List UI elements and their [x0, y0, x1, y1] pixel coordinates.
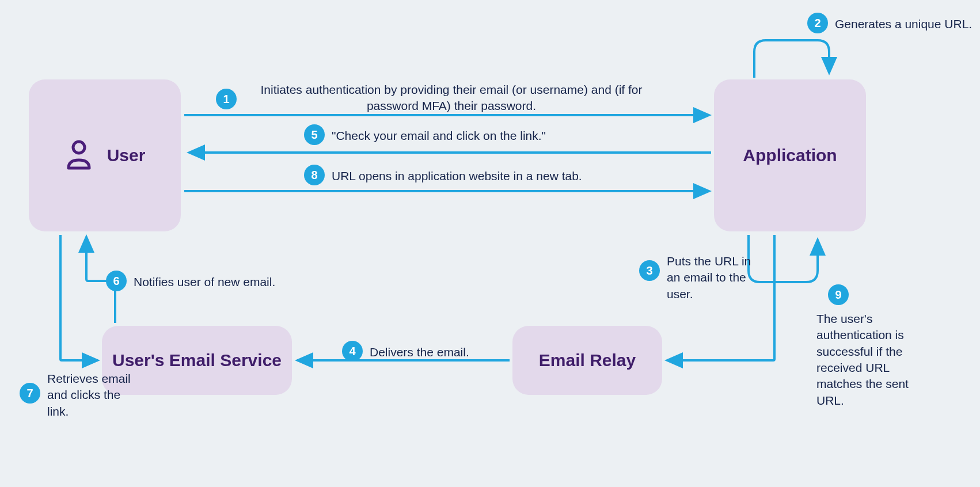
step-badge-6: 6 [106, 271, 127, 291]
step-badge-4: 4 [342, 341, 363, 362]
step-badge-2: 2 [807, 13, 828, 33]
node-application: Application [714, 79, 866, 231]
step-text-6: Notifies user of new email. [134, 274, 306, 290]
step-text-3: Puts the URL in an email to the user. [667, 253, 759, 302]
step-badge-5: 5 [304, 124, 325, 145]
step-text-4: Delivers the email. [370, 344, 496, 360]
step-badge-9: 9 [828, 284, 849, 305]
node-user: User [29, 79, 181, 231]
step-text-5: "Check your email and click on the link.… [332, 128, 620, 144]
arrow-step-2 [754, 40, 829, 78]
node-email-service-label: User's Email Service [112, 351, 282, 370]
step-badge-3: 3 [639, 260, 660, 281]
step-badge-7: 7 [20, 383, 40, 404]
step-num-7: 7 [26, 387, 33, 400]
step-text-9: The user's authentication is successful … [816, 311, 920, 409]
svg-point-0 [73, 142, 85, 153]
step-text-1: Initiates authentication by providing th… [244, 82, 659, 115]
arrows-layer [0, 0, 980, 487]
step-num-4: 4 [349, 345, 355, 358]
node-application-label: Application [743, 146, 837, 165]
diagram-canvas: User Application User's Email Service Em… [0, 0, 980, 487]
step-num-8: 8 [311, 169, 317, 182]
step-num-1: 1 [223, 93, 229, 106]
step-num-6: 6 [113, 275, 119, 288]
arrow-step-9 [749, 235, 818, 282]
arrow-step-7 [60, 235, 98, 360]
step-num-3: 3 [646, 264, 652, 277]
user-icon [64, 138, 93, 173]
step-text-7: Retrieves email and clicks the link. [47, 371, 134, 420]
step-badge-8: 8 [304, 165, 325, 185]
node-email-relay-label: Email Relay [539, 351, 636, 370]
step-badge-1: 1 [216, 89, 237, 109]
step-text-2: Generates a unique URL. [835, 16, 973, 32]
node-user-label: User [107, 146, 146, 165]
step-num-9: 9 [835, 288, 841, 302]
step-num-2: 2 [814, 17, 821, 30]
step-text-8: URL opens in application website in a ne… [332, 168, 631, 184]
step-num-5: 5 [311, 128, 317, 142]
node-email-relay: Email Relay [512, 326, 662, 395]
